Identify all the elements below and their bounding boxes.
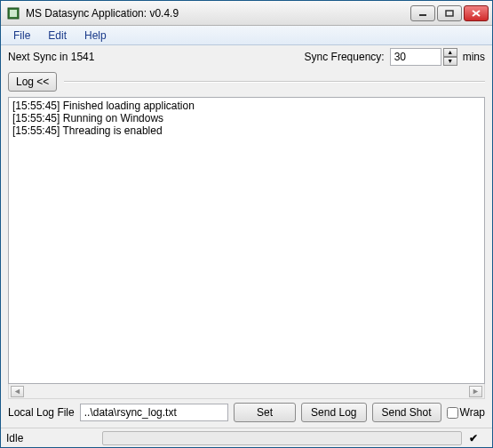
sync-frequency-input[interactable] — [390, 48, 441, 66]
progress-bar — [102, 431, 462, 445]
checkmark-icon: ✔ — [469, 432, 487, 444]
menu-edit[interactable]: Edit — [39, 28, 76, 44]
svg-rect-3 — [446, 11, 453, 16]
send-log-button[interactable]: Send Log — [301, 403, 366, 422]
scroll-right-icon[interactable]: ► — [469, 386, 482, 397]
wrap-checkbox-container: Wrap — [447, 406, 485, 419]
log-toggle-row: Log << — [8, 72, 485, 92]
send-shot-button[interactable]: Send Shot — [372, 403, 441, 422]
content-area: Next Sync in 1541 Sync Frequency: ▲ ▼ mi… — [1, 45, 492, 428]
titlebar: MS Datasync Application: v0.4.9 — [1, 1, 492, 26]
wrap-checkbox[interactable] — [447, 407, 458, 419]
sync-frequency-spinner: ▲ ▼ — [390, 48, 457, 66]
sync-row: Next Sync in 1541 Sync Frequency: ▲ ▼ mi… — [8, 47, 485, 67]
menu-help[interactable]: Help — [76, 28, 115, 44]
local-log-file-label: Local Log File — [8, 406, 75, 419]
next-sync-prefix: Next Sync in — [8, 51, 71, 63]
log-toggle-button[interactable]: Log << — [8, 72, 57, 92]
sync-frequency-label: Sync Frequency: — [305, 51, 385, 63]
close-button[interactable] — [464, 5, 489, 21]
menubar: File Edit Help — [1, 26, 492, 45]
menu-file[interactable]: File — [4, 28, 39, 44]
status-text: Idle — [6, 432, 95, 444]
app-icon — [6, 6, 20, 20]
minimize-button[interactable] — [410, 5, 435, 21]
separator — [64, 81, 485, 83]
set-button[interactable]: Set — [234, 403, 296, 422]
maximize-button[interactable] — [437, 5, 462, 21]
svg-rect-1 — [10, 10, 17, 17]
statusbar: Idle ✔ — [1, 428, 492, 447]
log-horizontal-scrollbar[interactable]: ◄ ► — [8, 384, 485, 399]
scroll-left-icon[interactable]: ◄ — [11, 386, 24, 397]
next-sync-label: Next Sync in 1541 — [8, 51, 305, 63]
sync-frequency-unit: mins — [463, 51, 485, 63]
wrap-label: Wrap — [460, 406, 485, 419]
main-window: MS Datasync Application: v0.4.9 File Edi… — [0, 0, 493, 448]
log-file-path-input[interactable] — [80, 404, 228, 421]
next-sync-value: 1541 — [71, 51, 95, 63]
spinner-up-button[interactable]: ▲ — [443, 48, 457, 57]
window-title: MS Datasync Application: v0.4.9 — [26, 7, 410, 20]
log-output[interactable]: [15:55:45] Finished loading application … — [8, 97, 485, 384]
spinner-down-button[interactable]: ▼ — [443, 57, 457, 66]
logfile-row: Local Log File Set Send Log Send Shot Wr… — [8, 403, 485, 422]
